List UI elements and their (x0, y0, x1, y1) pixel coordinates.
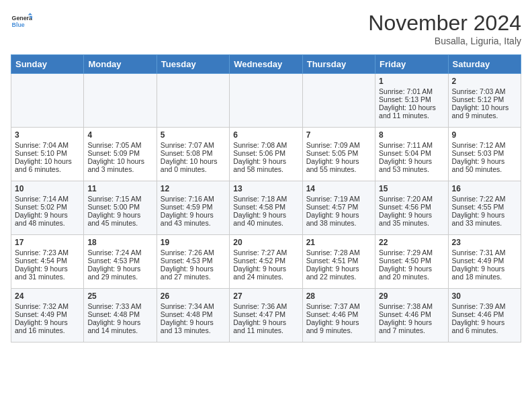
cell-text: Daylight: 9 hours and 24 minutes. (233, 265, 298, 281)
day-number: 16 (452, 184, 517, 193)
day-number: 24 (15, 291, 80, 301)
day-number: 10 (15, 184, 80, 193)
header-row: SundayMondayTuesdayWednesdayThursdayFrid… (11, 55, 521, 74)
day-number: 25 (87, 291, 152, 301)
calendar-week-row: 24Sunrise: 7:32 AMSunset: 4:49 PMDayligh… (11, 289, 521, 342)
cell-text: Sunset: 4:53 PM (161, 257, 226, 265)
cell-text: Daylight: 9 hours and 11 minutes. (233, 318, 298, 334)
weekday-header: Friday (375, 55, 448, 74)
cell-text: Daylight: 9 hours and 13 minutes. (161, 318, 226, 334)
cell-text: Sunset: 5:04 PM (379, 149, 444, 157)
cell-text: Sunset: 5:00 PM (87, 203, 152, 211)
calendar-cell (84, 74, 157, 128)
cell-text: Sunset: 4:46 PM (452, 310, 517, 318)
day-number: 11 (87, 184, 152, 193)
cell-text: Daylight: 9 hours and 22 minutes. (306, 265, 371, 281)
cell-text: Sunrise: 7:05 AM (87, 141, 152, 149)
calendar-cell (157, 74, 229, 128)
cell-text: Daylight: 9 hours and 48 minutes. (15, 211, 80, 227)
cell-text: Daylight: 9 hours and 14 minutes. (87, 318, 152, 334)
calendar-cell: 21Sunrise: 7:28 AMSunset: 4:51 PMDayligh… (302, 235, 375, 289)
calendar-cell: 4Sunrise: 7:05 AMSunset: 5:09 PMDaylight… (84, 128, 157, 181)
cell-text: Daylight: 9 hours and 29 minutes. (87, 265, 152, 281)
cell-text: Daylight: 9 hours and 55 minutes. (306, 157, 371, 173)
cell-text: Sunrise: 7:04 AM (15, 141, 80, 149)
calendar-week-row: 17Sunrise: 7:23 AMSunset: 4:54 PMDayligh… (11, 235, 521, 289)
calendar-cell: 25Sunrise: 7:33 AMSunset: 4:48 PMDayligh… (84, 289, 157, 342)
cell-text: Sunset: 4:49 PM (452, 257, 517, 265)
cell-text: Daylight: 10 hours and 11 minutes. (379, 103, 444, 120)
cell-text: Sunset: 4:52 PM (233, 257, 298, 265)
cell-text: Daylight: 10 hours and 6 minutes. (15, 157, 80, 173)
day-number: 4 (87, 130, 152, 140)
cell-text: Sunset: 4:53 PM (87, 257, 152, 265)
day-number: 19 (161, 238, 226, 247)
cell-text: Sunrise: 7:37 AM (306, 302, 371, 310)
day-number: 29 (379, 291, 444, 301)
calendar-cell: 29Sunrise: 7:38 AMSunset: 4:46 PMDayligh… (375, 289, 448, 342)
calendar-cell: 19Sunrise: 7:26 AMSunset: 4:53 PMDayligh… (157, 235, 229, 289)
cell-text: Sunset: 5:10 PM (15, 149, 80, 157)
calendar-cell: 17Sunrise: 7:23 AMSunset: 4:54 PMDayligh… (11, 235, 84, 289)
cell-text: Daylight: 9 hours and 53 minutes. (379, 157, 444, 173)
day-number: 18 (87, 238, 152, 247)
cell-text: Sunrise: 7:29 AM (379, 248, 444, 257)
day-number: 8 (379, 130, 444, 140)
weekday-header: Thursday (302, 55, 375, 74)
cell-text: Sunrise: 7:19 AM (306, 195, 371, 203)
day-number: 15 (379, 184, 444, 193)
day-number: 14 (306, 184, 371, 193)
cell-text: Sunrise: 7:11 AM (379, 141, 444, 149)
cell-text: Daylight: 10 hours and 9 minutes. (452, 103, 517, 120)
cell-text: Sunrise: 7:08 AM (233, 141, 298, 149)
calendar-cell: 15Sunrise: 7:20 AMSunset: 4:56 PMDayligh… (375, 181, 448, 235)
cell-text: Sunrise: 7:24 AM (87, 248, 152, 257)
cell-text: Sunrise: 7:34 AM (161, 302, 226, 310)
calendar-cell: 14Sunrise: 7:19 AMSunset: 4:57 PMDayligh… (302, 181, 375, 235)
calendar-cell: 27Sunrise: 7:36 AMSunset: 4:47 PMDayligh… (230, 289, 302, 342)
calendar-cell: 8Sunrise: 7:11 AMSunset: 5:04 PMDaylight… (375, 128, 448, 181)
logo-icon: General Blue (11, 11, 32, 32)
cell-text: Sunrise: 7:20 AM (379, 195, 444, 203)
calendar-cell: 11Sunrise: 7:15 AMSunset: 5:00 PMDayligh… (84, 181, 157, 235)
logo: General Blue (11, 11, 32, 32)
cell-text: Sunset: 4:47 PM (233, 310, 298, 318)
cell-text: Sunrise: 7:27 AM (233, 248, 298, 257)
cell-text: Sunset: 5:05 PM (306, 149, 371, 157)
calendar-cell: 12Sunrise: 7:16 AMSunset: 4:59 PMDayligh… (157, 181, 229, 235)
calendar-week-row: 3Sunrise: 7:04 AMSunset: 5:10 PMDaylight… (11, 128, 521, 181)
cell-text: Daylight: 9 hours and 43 minutes. (161, 211, 226, 227)
calendar-cell: 13Sunrise: 7:18 AMSunset: 4:58 PMDayligh… (230, 181, 302, 235)
cell-text: Sunrise: 7:23 AM (15, 248, 80, 257)
cell-text: Sunrise: 7:03 AM (452, 87, 517, 95)
calendar-cell: 24Sunrise: 7:32 AMSunset: 4:49 PMDayligh… (11, 289, 84, 342)
calendar-table: SundayMondayTuesdayWednesdayThursdayFrid… (11, 54, 521, 342)
day-number: 13 (233, 184, 298, 193)
cell-text: Sunrise: 7:33 AM (87, 302, 152, 310)
calendar-cell: 22Sunrise: 7:29 AMSunset: 4:50 PMDayligh… (375, 235, 448, 289)
cell-text: Sunset: 4:46 PM (379, 310, 444, 318)
page-header: General Blue November 2024 Busalla, Ligu… (11, 11, 521, 46)
cell-text: Sunrise: 7:18 AM (233, 195, 298, 203)
cell-text: Sunset: 4:50 PM (379, 257, 444, 265)
calendar-cell: 9Sunrise: 7:12 AMSunset: 5:03 PMDaylight… (448, 128, 521, 181)
calendar-cell: 6Sunrise: 7:08 AMSunset: 5:06 PMDaylight… (230, 128, 302, 181)
cell-text: Daylight: 9 hours and 6 minutes. (452, 318, 517, 334)
day-number: 12 (161, 184, 226, 193)
calendar-cell: 28Sunrise: 7:37 AMSunset: 4:46 PMDayligh… (302, 289, 375, 342)
cell-text: Sunrise: 7:36 AM (233, 302, 298, 310)
svg-marker-2 (28, 13, 32, 15)
calendar-cell: 7Sunrise: 7:09 AMSunset: 5:05 PMDaylight… (302, 128, 375, 181)
cell-text: Sunset: 4:46 PM (306, 310, 371, 318)
day-number: 27 (233, 291, 298, 301)
day-number: 22 (379, 238, 444, 247)
day-number: 20 (233, 238, 298, 247)
day-number: 6 (233, 130, 298, 140)
calendar-cell: 3Sunrise: 7:04 AMSunset: 5:10 PMDaylight… (11, 128, 84, 181)
cell-text: Sunrise: 7:16 AM (161, 195, 226, 203)
cell-text: Sunrise: 7:01 AM (379, 87, 444, 95)
month-title: November 2024 (368, 11, 521, 36)
cell-text: Daylight: 9 hours and 7 minutes. (379, 318, 444, 334)
cell-text: Daylight: 9 hours and 31 minutes. (15, 265, 80, 281)
cell-text: Daylight: 9 hours and 45 minutes. (87, 211, 152, 227)
